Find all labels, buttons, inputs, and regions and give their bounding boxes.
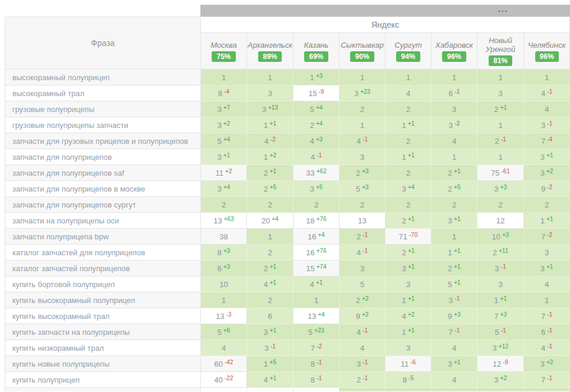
position-cell[interactable]: 33+62	[294, 165, 340, 181]
city-column-header[interactable]: Челябинск96%	[524, 33, 570, 70]
phrase-cell[interactable]: купить высокорамный трал	[5, 308, 201, 324]
position-cell[interactable]: 8+3	[201, 245, 247, 261]
position-cell[interactable]: 3+1	[431, 356, 477, 372]
position-cell[interactable]: 4-2	[247, 133, 294, 149]
position-cell[interactable]: 11+2	[201, 165, 247, 181]
city-column-header[interactable]: Новый Уренгой81%	[477, 33, 524, 70]
position-cell[interactable]: 3+1	[247, 324, 294, 340]
phrase-cell[interactable]: запчасти для полуприцепов	[5, 149, 201, 165]
position-cell[interactable]: 2+11	[477, 245, 524, 261]
position-cell[interactable]: 2+5	[431, 181, 477, 197]
position-cell[interactable]: 3+1	[524, 149, 570, 165]
position-cell[interactable]: 16+4	[294, 229, 340, 245]
position-cell[interactable]: 6-1	[431, 85, 477, 101]
position-cell[interactable]: 2	[386, 133, 431, 149]
position-cell[interactable]: 3-1	[431, 292, 477, 308]
position-cell[interactable]: 1	[201, 292, 247, 308]
phrase-cell[interactable]: грузовые полуприцепы запчасти	[5, 117, 201, 133]
position-cell[interactable]: 3-1	[524, 117, 570, 133]
position-cell[interactable]: 3+1	[431, 213, 477, 229]
position-cell[interactable]: 7-1	[431, 324, 477, 340]
position-cell[interactable]: 3+7	[201, 101, 247, 117]
position-cell[interactable]: 2+3	[340, 165, 386, 181]
position-cell[interactable]: 1	[201, 70, 247, 85]
position-cell[interactable]: 13-3	[201, 308, 247, 324]
position-cell[interactable]: 3+4	[386, 181, 431, 197]
position-cell[interactable]: 2	[524, 197, 570, 213]
phrase-cell[interactable]: купить высокорамный полуприцеп	[5, 292, 201, 308]
phrase-cell[interactable]: грузовые полуприцепы	[5, 101, 201, 117]
position-cell[interactable]: 4+1	[294, 276, 340, 292]
city-column-header[interactable]: Хабаровск96%	[431, 33, 477, 70]
city-column-header[interactable]: Сургут94%	[386, 33, 431, 70]
position-cell[interactable]: 2	[477, 197, 524, 213]
position-cell[interactable]: 2+1	[431, 165, 477, 181]
position-cell[interactable]: 3	[524, 245, 570, 261]
position-cell[interactable]: 6	[247, 308, 294, 324]
phrase-cell[interactable]: каталог запчастей полуприцепов	[5, 261, 201, 276]
position-cell[interactable]: 8-1	[294, 372, 340, 388]
position-cell[interactable]: 2+1	[247, 165, 294, 181]
position-cell[interactable]: 38	[201, 229, 247, 245]
position-cell[interactable]: 4-1	[340, 133, 386, 149]
position-cell[interactable]: 1	[247, 70, 294, 85]
position-cell[interactable]: 2+1	[386, 245, 431, 261]
position-cell[interactable]: 1+1	[386, 117, 431, 133]
position-cell[interactable]: 2	[431, 197, 477, 213]
phrase-cell[interactable]: купить низкорамный трал	[5, 340, 201, 356]
position-cell[interactable]: 3-1	[477, 261, 524, 276]
position-cell[interactable]: 4+2	[386, 308, 431, 324]
position-cell[interactable]: 4+1	[247, 276, 294, 292]
position-cell[interactable]: 18+76	[294, 213, 340, 229]
phrase-cell[interactable]: высокорамный полуприцеп	[5, 70, 201, 85]
position-cell[interactable]: 60-42	[201, 356, 247, 372]
position-cell[interactable]: 71-70	[386, 229, 431, 245]
position-cell[interactable]: 7-1	[524, 372, 570, 388]
phrase-cell[interactable]: запчасти для грузовых прицепов и полупри…	[5, 133, 201, 149]
position-cell[interactable]: 4	[201, 340, 247, 356]
position-cell[interactable]: 40-22	[201, 372, 247, 388]
position-cell[interactable]: 11-6	[386, 356, 431, 372]
position-cell[interactable]: 1+1	[386, 324, 431, 340]
position-cell[interactable]: 3	[340, 149, 386, 165]
position-cell[interactable]: 2	[247, 292, 294, 308]
position-cell[interactable]: 2	[386, 101, 431, 117]
position-cell[interactable]: 5+4	[201, 133, 247, 149]
position-cell[interactable]: 1	[431, 70, 477, 85]
position-cell[interactable]: 12	[477, 213, 524, 229]
position-cell[interactable]: 16+76	[294, 245, 340, 261]
position-cell[interactable]: 9+2	[340, 308, 386, 324]
position-cell[interactable]: 13+63	[201, 213, 247, 229]
position-cell[interactable]: 13+4	[294, 308, 340, 324]
position-cell[interactable]: 3+1	[201, 149, 247, 165]
position-cell[interactable]: 3+2	[524, 356, 570, 372]
position-cell[interactable]: 3+5	[294, 181, 340, 197]
position-cell[interactable]: 7+3	[477, 308, 524, 324]
position-cell[interactable]: 4-1	[340, 245, 386, 261]
phrase-cell[interactable]: запчасти для полуприцепов saf	[5, 165, 201, 181]
position-cell[interactable]: 7-2	[524, 229, 570, 245]
position-cell[interactable]: 4	[431, 340, 477, 356]
position-cell[interactable]: 2+1	[477, 101, 524, 117]
position-cell[interactable]: 4	[431, 133, 477, 149]
position-cell[interactable]: 3+23	[340, 85, 386, 101]
phrase-cell[interactable]: купить бортовой полуприцеп	[5, 276, 201, 292]
position-cell[interactable]: 20+4	[247, 213, 294, 229]
position-cell[interactable]: 2+1	[247, 261, 294, 276]
position-cell[interactable]: 3	[386, 276, 431, 292]
position-cell[interactable]: 1+1	[477, 292, 524, 308]
city-column-header[interactable]: Казань69%	[294, 33, 340, 70]
phrase-cell[interactable]: запчасти для полуприцепов сургут	[5, 197, 201, 213]
position-cell[interactable]: 1	[477, 70, 524, 85]
phrase-cell[interactable]: запчасти для полуприцепов в москве	[5, 181, 201, 197]
position-cell[interactable]: 13	[340, 213, 386, 229]
more-options-icon[interactable]: ...	[498, 4, 508, 15]
position-cell[interactable]: 2+5	[247, 181, 294, 197]
position-cell[interactable]: 1+1	[386, 149, 431, 165]
position-cell[interactable]: 7-1	[524, 308, 570, 324]
position-cell[interactable]: 3	[477, 276, 524, 292]
position-cell[interactable]: 2+1	[431, 261, 477, 276]
position-cell[interactable]: 4	[524, 101, 570, 117]
position-cell[interactable]: 3+2	[524, 165, 570, 181]
position-cell[interactable]: 3-2	[431, 117, 477, 133]
